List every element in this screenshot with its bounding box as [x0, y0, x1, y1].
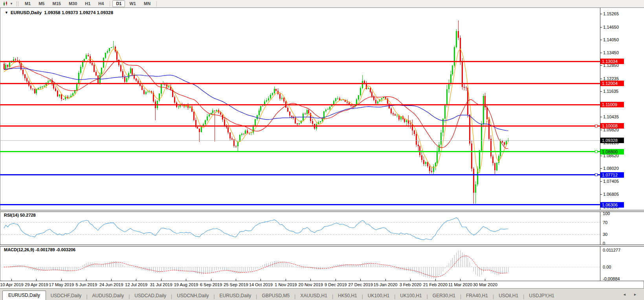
- chart-tab-ger30-h1[interactable]: GER30,H1: [428, 292, 460, 300]
- date-tick-label: 3 Feb 2020: [400, 282, 422, 287]
- panel-separator-main-rsi[interactable]: [0, 210, 644, 212]
- candle-body: [130, 68, 131, 73]
- candle-body: [320, 121, 321, 122]
- candle-body: [429, 166, 430, 171]
- candle-body: [74, 90, 75, 93]
- candle-body: [347, 102, 348, 103]
- chart-tab-usdchf-daily[interactable]: USDCHF,Daily: [46, 292, 86, 300]
- candle-body: [220, 112, 221, 115]
- candle-body: [437, 151, 438, 163]
- price-line-label[interactable]: 1.08800: [600, 149, 624, 155]
- chart-tab-eurusd-daily[interactable]: EURUSD,Daily: [2, 291, 46, 300]
- candle-body: [435, 163, 436, 166]
- candle-body: [120, 65, 121, 71]
- candle-body: [421, 155, 422, 160]
- tab-scroll-arrows[interactable]: ◄ ►: [623, 293, 640, 296]
- toolbar-separator: [156, 1, 157, 7]
- timeframe-button-h1[interactable]: H1: [81, 0, 94, 7]
- chart-tab-usdcad-daily[interactable]: USDCAD,Daily: [130, 292, 171, 300]
- timeframe-button-m15[interactable]: M15: [49, 0, 64, 7]
- candle-body: [57, 91, 58, 96]
- chart-periods-icon[interactable]: ▼: [2, 1, 14, 7]
- candle-body: [283, 98, 284, 102]
- chart-tab-uk100-h1[interactable]: UK100,H1: [395, 292, 426, 300]
- candle-body: [337, 98, 338, 99]
- candle-body: [113, 47, 114, 48]
- chart-tabs-bar: EURUSD,DailyUSDCHF,Daily|AUDUSD,Daily|US…: [0, 288, 644, 300]
- candle-body: [7, 65, 8, 67]
- candle-body: [245, 131, 246, 134]
- chart-symbol-title: EURUSD,Daily: [11, 10, 42, 15]
- candle-body: [375, 100, 376, 103]
- candle-body: [185, 105, 187, 107]
- timeframe-button-h4[interactable]: H4: [95, 0, 107, 7]
- chart-menu-triangle-icon[interactable]: ▼: [5, 11, 8, 15]
- price-tick-label: 1.13450: [600, 50, 619, 55]
- candle-body: [454, 47, 455, 65]
- chart-tab-usoil-h1[interactable]: USOil,H1: [494, 292, 523, 300]
- candle-body: [406, 120, 407, 122]
- candle-body: [262, 106, 263, 106]
- macd-axis-label: 0.011277: [603, 248, 620, 253]
- candle-body: [446, 89, 448, 104]
- timeframe-button-w1[interactable]: W1: [126, 0, 139, 7]
- chart-tab-eurusd-daily[interactable]: EURUSD,Daily: [215, 292, 256, 300]
- candle-body: [492, 156, 494, 163]
- candle-body: [398, 116, 400, 120]
- timeframe-button-m5[interactable]: M5: [35, 0, 48, 7]
- chart-tab-audusd-daily[interactable]: AUDUSD,Daily: [88, 292, 129, 300]
- price-line-label[interactable]: 1.07712: [600, 172, 624, 178]
- price-tick-label: 1.08020: [600, 166, 619, 171]
- price-line-label[interactable]: 1.13034: [600, 59, 624, 64]
- sma-slow-line: [4, 68, 508, 131]
- candle-body: [329, 107, 330, 109]
- candle-body: [145, 92, 147, 94]
- chart-tab-gbpusd-m5[interactable]: GBPUSD,M5: [257, 292, 294, 300]
- candle-body: [423, 160, 424, 164]
- chart-tab-uk100-h1[interactable]: UK100,H1: [363, 292, 394, 300]
- candle-body: [205, 120, 206, 125]
- candle-body: [381, 98, 382, 99]
- date-tick-label: 6 Sep 2019: [200, 282, 222, 287]
- candle-body: [38, 88, 39, 89]
- candle-body: [299, 123, 300, 124]
- candle-body: [469, 115, 470, 144]
- date-tick-label: 31 Jul 2019: [150, 282, 172, 287]
- candle-body: [370, 88, 371, 92]
- candle-body: [444, 104, 446, 119]
- candle-body: [216, 110, 217, 111]
- timeframe-button-m1[interactable]: M1: [21, 0, 34, 7]
- date-tick-label: 1 Nov 2019: [275, 282, 297, 287]
- panel-separator-rsi-macd[interactable]: [0, 245, 644, 247]
- candle-body: [224, 120, 225, 125]
- candle-body: [494, 163, 495, 170]
- timeframe-button-m30[interactable]: M30: [65, 0, 81, 7]
- candle-body: [471, 144, 472, 169]
- terminal-screen: ▼ M1M5M15M30H1H4 D1W1MN ▼ EURUSD,Daily 1…: [0, 0, 644, 300]
- candle-body: [138, 81, 139, 83]
- price-line-label[interactable]: 1.06306: [600, 202, 624, 208]
- candle-body: [496, 163, 497, 170]
- candle-body: [161, 83, 162, 94]
- line-drag-handle[interactable]: [595, 125, 597, 127]
- date-tick-label: 15 Jan 2020: [374, 282, 398, 287]
- line-drag-handle[interactable]: [595, 174, 597, 176]
- timeframe-button-mn[interactable]: MN: [140, 0, 154, 7]
- chart-plot-area[interactable]: [0, 8, 600, 281]
- line-drag-handle[interactable]: [595, 151, 597, 153]
- chart-tab-xauusd-h1[interactable]: XAUUSD,H1: [295, 292, 332, 300]
- candle-body: [440, 133, 442, 145]
- candle-body: [383, 97, 384, 98]
- price-line-label[interactable]: 1.12004: [600, 81, 624, 86]
- price-line-label[interactable]: 1.10008: [600, 123, 624, 129]
- candle-body: [111, 47, 112, 48]
- chart-tab-fra40-h1[interactable]: FRA40,H1: [461, 292, 493, 300]
- price-line-label[interactable]: 1.11009: [600, 102, 624, 107]
- chart-tab-usdcnh-daily[interactable]: USDCNH,Daily: [172, 292, 213, 300]
- timeframe-button-d1[interactable]: D1: [112, 0, 125, 7]
- candle-body: [416, 134, 417, 144]
- chart-tab-usdjpy-h1[interactable]: USDJPY,H1: [524, 292, 559, 300]
- chart-tab-hk50-h1[interactable]: HK50,H1: [333, 292, 362, 300]
- candle-body: [243, 134, 244, 134]
- candle-body: [247, 131, 248, 133]
